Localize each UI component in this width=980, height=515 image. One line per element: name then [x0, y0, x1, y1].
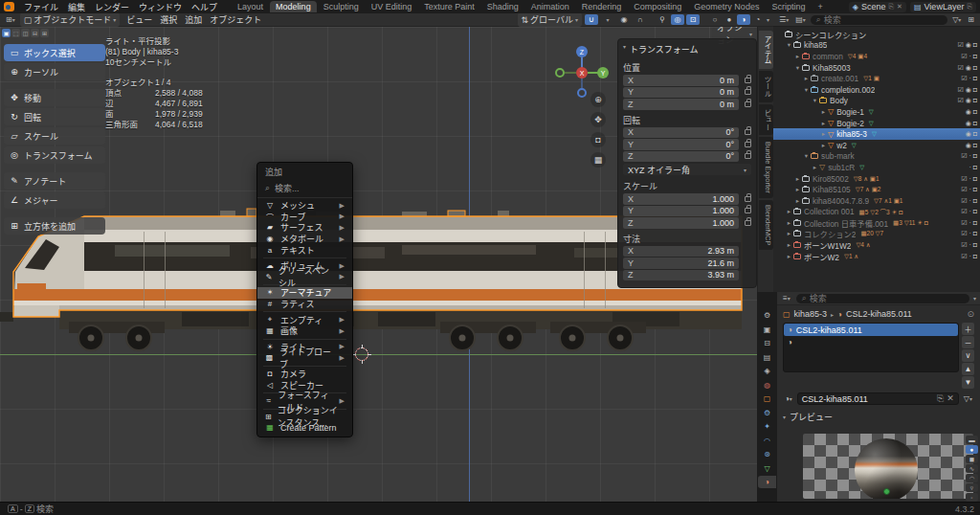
- outliner-item-label[interactable]: common: [813, 52, 843, 61]
- outliner-item-label[interactable]: Body: [830, 96, 848, 105]
- outliner-row[interactable]: ▸ common ▽4 ▣4 ☑ · ◘: [773, 51, 980, 62]
- menu-item[interactable]: ヘルプ: [187, 0, 222, 14]
- outliner-row[interactable]: ▸ ▽ w2 ▽ ◉ ◘: [773, 140, 980, 151]
- new-viewlayer-icon[interactable]: ⎘: [967, 3, 972, 11]
- preview-shaderball[interactable]: ◠: [966, 474, 978, 482]
- outliner-row[interactable]: ▸ Collection 日車予備.001 ▦3 ▽11 ☀ ◘ ☑ · ◘: [773, 217, 980, 229]
- outliner-item-label[interactable]: ボーンW1W2: [804, 239, 851, 251]
- outliner-item-label[interactable]: コレクション2: [804, 228, 856, 239]
- outliner-item-label[interactable]: Collection 001: [804, 207, 855, 216]
- expand-arrow-icon[interactable]: ▾: [802, 152, 811, 160]
- expand-arrow-icon[interactable]: ▸: [819, 108, 828, 116]
- preview-cloth[interactable]: ▿: [966, 483, 978, 492]
- scene-selector[interactable]: ◈ Scene ⎘ ✕: [849, 2, 906, 12]
- rotation-field[interactable]: Y0°: [623, 139, 739, 150]
- preview-sphere[interactable]: ●: [966, 445, 978, 454]
- scale-field[interactable]: X1.000: [623, 193, 739, 205]
- zoom-icon[interactable]: ⊕: [590, 92, 606, 107]
- mode-dropdown[interactable]: ▢ オブジェクトモード ▾: [20, 12, 121, 27]
- outliner-row[interactable]: ▸ ボーンW1W2 ▽4 ∧ ☑ · ◘: [773, 239, 980, 251]
- outliner-item-label[interactable]: kiha84004.7.8.9: [813, 196, 869, 206]
- menu-item[interactable]: 編集: [63, 0, 90, 14]
- viewport-menu-item[interactable]: オブジェクト: [206, 12, 265, 27]
- add-menu-item[interactable]: ▰ サーフェス ▶: [257, 222, 352, 234]
- outliner-row[interactable]: ▾ completion.002 ☑ ◉ ◘: [773, 84, 980, 96]
- lock-icon[interactable]: [745, 208, 751, 213]
- outliner-item-label[interactable]: Kiha85003: [813, 63, 851, 73]
- preview-cube[interactable]: ◼: [966, 455, 978, 463]
- visibility-toggles[interactable]: ☑ · ◘: [961, 208, 977, 215]
- falloff-icon[interactable]: ∩: [634, 14, 647, 25]
- workspace-tab[interactable]: Texture Paint: [418, 1, 480, 12]
- viewport-menu-item[interactable]: 追加: [181, 12, 206, 27]
- proportional-editing-icon[interactable]: ◉: [617, 14, 631, 25]
- transform-orientation-dropdown[interactable]: ⇅ グローバル ▾: [518, 12, 582, 27]
- add-menu-item[interactable]: ⌖ エンプティ ▶: [257, 314, 352, 325]
- unlink-material-icon[interactable]: ✕: [947, 393, 954, 404]
- expand-arrow-icon[interactable]: ▸: [785, 253, 793, 260]
- select-mode-icon[interactable]: ◫: [21, 29, 30, 37]
- slot-button[interactable]: ∨: [962, 349, 974, 362]
- visibility-toggles[interactable]: ☑ · ◘: [961, 186, 977, 193]
- visibility-toggles[interactable]: ☑ · ◘: [961, 175, 977, 183]
- expand-arrow-icon[interactable]: ▾: [785, 41, 793, 49]
- preview-fluid[interactable]: ◦: [966, 493, 978, 502]
- outliner-row[interactable]: ▸ ▽ kiha85-3 ▽ ◉ ◘: [773, 128, 980, 140]
- gizmo-axis-z-neg[interactable]: [577, 88, 587, 98]
- outliner-row[interactable]: ▸ ▽ Bogie-1 ▽ ◉ ◘: [773, 106, 980, 118]
- expand-arrow-icon[interactable]: ▸: [819, 130, 828, 138]
- expand-arrow-icon[interactable]: ▸: [785, 230, 793, 237]
- shading-material-preview[interactable]: ◑: [737, 14, 750, 25]
- select-mode-icon[interactable]: ⊞: [40, 29, 49, 37]
- viewport-3d[interactable]: ▣⬚◫⊟⊞ ▭ ボックス選択 ⊕ カーソル ✥ 移動: [0, 27, 757, 502]
- show-object-types-dropdown[interactable]: ⚲: [656, 14, 669, 25]
- expand-arrow-icon[interactable]: ▸: [819, 142, 828, 149]
- location-field[interactable]: Z0 m: [623, 99, 739, 110]
- lock-icon[interactable]: [745, 89, 751, 95]
- viewlayer-selector[interactable]: ▤ ViewLayer ⎘: [910, 2, 976, 12]
- snap-magnet-icon[interactable]: ∪: [585, 14, 598, 25]
- dimension-field[interactable]: X2.93 m: [623, 246, 739, 258]
- material-name-field[interactable]: CSL2-kiha85.011 ⎘ ✕: [797, 392, 959, 405]
- outliner-item-label[interactable]: Bogie-1: [836, 107, 864, 117]
- gizmo-axis-z[interactable]: Z: [576, 46, 588, 57]
- expand-arrow-icon[interactable]: ▸: [793, 175, 802, 183]
- tab-output[interactable]: ⊟: [758, 337, 776, 349]
- viewport-menu-item[interactable]: 選択: [156, 12, 181, 27]
- visibility-toggles[interactable]: ☑ · ◘: [961, 219, 977, 227]
- select-mode-icon[interactable]: ▣: [2, 29, 11, 37]
- add-menu-item[interactable]: ◉ メタボール ▶: [257, 234, 352, 245]
- visibility-toggles[interactable]: ☑ ◉ ◘: [957, 41, 977, 49]
- sidebar-tab[interactable]: アイテム: [759, 31, 773, 69]
- visibility-toggles[interactable]: ☑ · ◘: [961, 230, 977, 237]
- tool-button[interactable]: ⊕ カーソル: [4, 63, 105, 80]
- expand-arrow-icon[interactable]: ▸: [793, 53, 802, 60]
- visibility-toggles[interactable]: · ◘: [969, 164, 977, 170]
- outliner-search[interactable]: ⌕ 検索: [811, 15, 947, 25]
- outliner-row[interactable]: ▾ Kiha85003 ☑ ◉ ◘: [773, 62, 980, 74]
- breadcrumb-material[interactable]: CSL2-kiha85.011: [846, 309, 912, 319]
- sidebar-tab[interactable]: ツール: [759, 71, 773, 102]
- pan-hand-icon[interactable]: ✥: [590, 112, 606, 127]
- visibility-toggles[interactable]: ◉ ◘: [966, 108, 977, 116]
- expand-arrow-icon[interactable]: ▸: [785, 241, 793, 249]
- outliner-filter-icon[interactable]: ▤▾: [793, 15, 808, 24]
- visibility-toggles[interactable]: ☑ ◉ ◘: [957, 97, 977, 104]
- shading-dropdown-icon[interactable]: ▾: [767, 16, 769, 23]
- gizmo-axis-x[interactable]: X: [576, 67, 588, 78]
- display-mode-dropdown[interactable]: ☰▾: [777, 15, 791, 24]
- sidebar-tab[interactable]: Bundle Exporter: [759, 137, 773, 198]
- outliner-item-label[interactable]: sub-mark: [821, 151, 855, 161]
- tab-modifiers[interactable]: ⚙: [758, 407, 776, 419]
- tool-button[interactable]: ↻ 回転: [4, 108, 105, 125]
- shading-solid[interactable]: ●: [723, 14, 736, 25]
- outliner-row[interactable]: ▾ kiha85 ☑ ◉ ◘: [773, 40, 980, 52]
- tool-button[interactable]: ▱ スケール: [4, 127, 105, 145]
- select-mode-icon[interactable]: ⬚: [11, 29, 20, 37]
- slot-button[interactable]: －: [962, 336, 974, 348]
- outliner-row[interactable]: ▸ kiha84004.7.8.9 ▽7 ∧1 ▣1 ☑ · ◘: [773, 195, 980, 207]
- expand-arrow-icon[interactable]: ▸: [785, 208, 793, 215]
- add-menu-item[interactable]: ▩ ライトプローブ ▶: [257, 352, 352, 364]
- shading-wireframe[interactable]: ○: [708, 14, 722, 25]
- blender-logo-icon[interactable]: [4, 2, 14, 11]
